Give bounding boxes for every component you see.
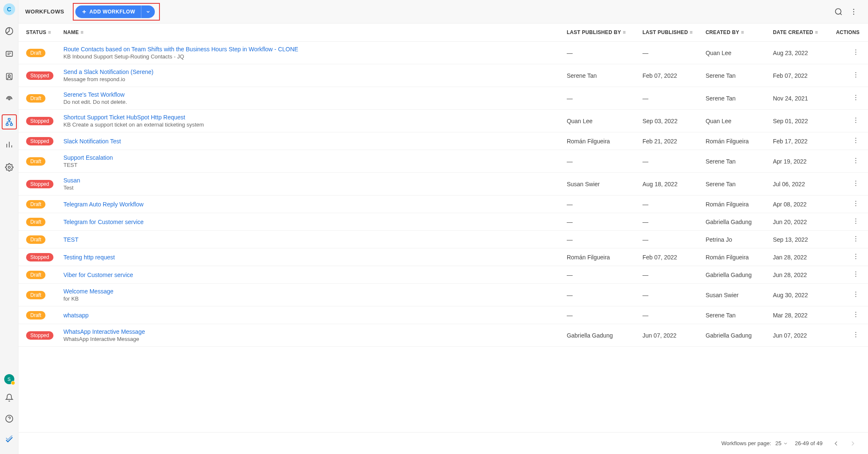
row-actions-button[interactable] xyxy=(852,253,860,260)
workflow-description: Do not edit. Do not delete. xyxy=(64,99,557,105)
chevron-right-icon xyxy=(849,440,857,447)
per-page-label: Workflows per page: xyxy=(721,440,771,446)
sidebar-item-broadcast[interactable] xyxy=(2,92,17,107)
workflow-name-link[interactable]: Route Contacts based on Team Shifts with… xyxy=(64,46,557,53)
svg-point-58 xyxy=(855,276,856,277)
cell-created-by: Serene Tan xyxy=(701,64,768,87)
row-actions-button[interactable] xyxy=(852,200,860,207)
column-header-status[interactable]: STATUS≡ xyxy=(19,24,58,42)
cell-last-published: Feb 07, 2022 xyxy=(637,248,701,266)
sidebar-item-brand[interactable] xyxy=(2,432,17,447)
workflow-name-link[interactable]: Support Escalation xyxy=(64,154,557,161)
sidebar-item-notifications[interactable] xyxy=(2,390,17,405)
column-header-last-published[interactable]: LAST PUBLISHED≡ xyxy=(637,24,701,42)
row-actions-button[interactable] xyxy=(852,290,860,298)
sort-icon: ≡ xyxy=(690,29,693,35)
per-page-select[interactable]: 25 xyxy=(775,440,788,446)
gear-icon xyxy=(5,163,13,172)
sidebar-item-dashboard[interactable] xyxy=(2,24,17,39)
workflow-name-link[interactable]: Send a Slack Notification (Serene) xyxy=(64,69,557,75)
row-actions-button[interactable] xyxy=(852,94,860,101)
sidebar-item-contacts[interactable] xyxy=(2,69,17,84)
svg-point-43 xyxy=(855,185,856,186)
cell-last-published-by: — xyxy=(562,87,637,110)
prev-page-button[interactable] xyxy=(829,437,843,450)
column-header-actions: ACTIONS xyxy=(831,24,868,42)
svg-point-23 xyxy=(855,50,856,50)
sidebar-item-workflows[interactable] xyxy=(2,114,17,129)
cell-created-by: Gabriella Gadung xyxy=(701,324,768,347)
row-actions-button[interactable] xyxy=(852,217,860,225)
svg-point-29 xyxy=(855,95,856,96)
status-badge: Stopped xyxy=(26,180,53,188)
sidebar-item-reports[interactable] xyxy=(2,137,17,152)
cell-date-created: Aug 30, 2022 xyxy=(768,284,831,306)
search-icon xyxy=(834,8,843,16)
svg-point-39 xyxy=(855,160,856,161)
cell-date-created: Aug 23, 2022 xyxy=(768,42,831,64)
workflow-description: TEST xyxy=(64,162,557,168)
cell-last-published-by: — xyxy=(562,195,637,213)
row-actions-button[interactable] xyxy=(852,71,860,79)
status-badge: Stopped xyxy=(26,117,53,125)
svg-point-66 xyxy=(855,334,856,335)
more-vertical-icon xyxy=(852,235,860,243)
column-header-created-by[interactable]: CREATED BY≡ xyxy=(701,24,768,42)
add-workflow-dropdown[interactable] xyxy=(141,5,155,18)
workflow-name-link[interactable]: Susan xyxy=(64,177,557,184)
cell-last-published: — xyxy=(637,42,701,64)
svg-point-56 xyxy=(855,272,856,272)
row-actions-button[interactable] xyxy=(852,270,860,278)
row-actions-button[interactable] xyxy=(852,331,860,338)
workflow-name-link[interactable]: TEST xyxy=(64,236,557,243)
svg-point-63 xyxy=(855,314,856,315)
add-workflow-highlight: ADD WORKFLOW xyxy=(73,3,160,21)
cell-last-published-by: Serene Tan xyxy=(562,64,637,87)
column-header-name[interactable]: NAME≡ xyxy=(58,24,562,42)
workflow-name-link[interactable]: Welcome Message xyxy=(64,288,557,295)
chevron-down-icon xyxy=(146,9,151,14)
cell-last-published-by: — xyxy=(562,306,637,324)
workflow-name-link[interactable]: Slack Notification Test xyxy=(64,138,557,145)
workflow-name-link[interactable]: whatsapp xyxy=(64,312,557,319)
table-row: DraftTelegram Auto Reply Workflow——Román… xyxy=(19,195,868,213)
workflow-name-link[interactable]: Testing http request xyxy=(64,254,557,261)
sidebar-item-settings[interactable] xyxy=(2,160,17,175)
svg-point-60 xyxy=(855,294,856,295)
sidebar-item-help[interactable] xyxy=(2,411,17,426)
cell-date-created: Apr 08, 2022 xyxy=(768,195,831,213)
more-menu-button[interactable] xyxy=(846,4,861,19)
workspace-avatar[interactable]: C xyxy=(3,3,15,15)
row-actions-button[interactable] xyxy=(852,116,860,124)
column-header-date-created[interactable]: DATE CREATED≡ xyxy=(768,24,831,42)
row-actions-button[interactable] xyxy=(852,157,860,164)
more-vertical-icon xyxy=(852,270,860,278)
workflow-name-link[interactable]: WhatsApp Interactive Message xyxy=(64,328,557,335)
row-actions-button[interactable] xyxy=(852,311,860,318)
svg-point-44 xyxy=(855,201,856,202)
row-actions-button[interactable] xyxy=(852,137,860,144)
workflow-name-link[interactable]: Telegram Auto Reply Workflow xyxy=(64,201,557,208)
add-workflow-button[interactable]: ADD WORKFLOW xyxy=(75,5,141,18)
table-row: StoppedTesting http requestRomán Filguei… xyxy=(19,248,868,266)
user-avatar[interactable]: S xyxy=(4,374,14,384)
workflow-name-link[interactable]: Shortcut Support Ticket HubSpot Http Req… xyxy=(64,114,557,121)
status-badge: Stopped xyxy=(26,253,53,261)
column-header-last-published-by[interactable]: LAST PUBLISHED BY≡ xyxy=(562,24,637,42)
sidebar-item-messages[interactable] xyxy=(2,46,17,61)
search-button[interactable] xyxy=(831,4,846,19)
svg-point-36 xyxy=(855,140,856,141)
pagination-range: 26-49 of 49 xyxy=(795,440,823,446)
row-actions-button[interactable] xyxy=(852,179,860,187)
status-badge: Draft xyxy=(26,271,45,279)
next-page-button[interactable] xyxy=(846,437,860,450)
workflow-name-link[interactable]: Serene's Test Workflow xyxy=(64,91,557,98)
more-vertical-icon xyxy=(852,71,860,79)
row-actions-button[interactable] xyxy=(852,48,860,56)
workflow-name-link[interactable]: Viber for Customer service xyxy=(64,272,557,278)
cell-last-published-by: Quan Lee xyxy=(562,110,637,132)
workflow-name-link[interactable]: Telegram for Customer service xyxy=(64,219,557,225)
status-badge: Draft xyxy=(26,311,45,319)
svg-rect-8 xyxy=(6,124,8,125)
row-actions-button[interactable] xyxy=(852,235,860,243)
